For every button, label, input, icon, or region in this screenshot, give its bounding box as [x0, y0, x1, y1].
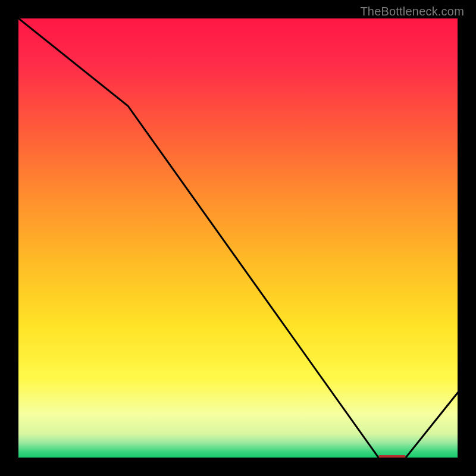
chart-plot — [18, 18, 458, 458]
chart-frame: TheBottleneck.com — [0, 0, 476, 476]
gradient-background — [18, 18, 458, 458]
chart-svg — [18, 18, 458, 458]
attribution-label: TheBottleneck.com — [360, 5, 464, 18]
